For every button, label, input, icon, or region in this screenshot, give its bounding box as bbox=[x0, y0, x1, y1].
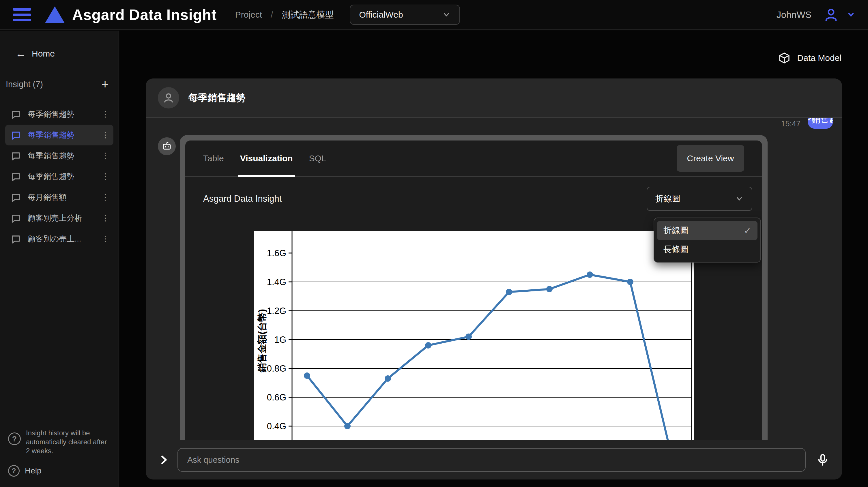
insight-list: 每季銷售趨勢⋮每季銷售趨勢⋮每季銷售趨勢⋮每季銷售趨勢⋮每月銷售額⋮顧客別売上分… bbox=[0, 104, 119, 249]
svg-text:0.6G: 0.6G bbox=[267, 392, 286, 402]
chevron-down-icon bbox=[735, 194, 744, 203]
viz-header: Asgard Data Insight 折線圖 bbox=[185, 177, 762, 221]
top-bar-right: JohnWS bbox=[777, 7, 855, 22]
svg-text:1G: 1G bbox=[274, 335, 286, 345]
back-arrow-icon: ← bbox=[16, 48, 26, 59]
line-chart: 1.6G1.4G1.2G1G0.8G0.6G0.4G銷售金額(台幣) bbox=[254, 231, 694, 440]
help-question-icon: ? bbox=[8, 465, 20, 477]
insight-section-header: Insight (7) + bbox=[6, 78, 109, 91]
kebab-menu-icon[interactable]: ⋮ bbox=[101, 152, 110, 160]
sidebar-insight-item[interactable]: 每季銷售趨勢⋮ bbox=[5, 104, 114, 125]
create-view-button[interactable]: Create View bbox=[677, 145, 744, 172]
kebab-menu-icon[interactable]: ⋮ bbox=[101, 193, 110, 201]
sidebar-footer: ? Insight history will be automatically … bbox=[0, 428, 119, 477]
chat-title: 每季銷售趨勢 bbox=[188, 92, 246, 104]
sidebar-insight-item[interactable]: 每月銷售額⋮ bbox=[5, 187, 114, 208]
chat-bubble-icon bbox=[11, 109, 21, 119]
menu-option-bar-chart[interactable]: 長條圖 bbox=[657, 240, 757, 259]
tab-table[interactable]: Table bbox=[203, 140, 224, 176]
info-question-icon: ? bbox=[8, 432, 21, 445]
viz-title: Asgard Data Insight bbox=[203, 194, 282, 204]
sidebar-insight-item[interactable]: 顧客別の売上...⋮ bbox=[5, 228, 114, 249]
insight-item-label: 每季銷售趨勢 bbox=[28, 130, 74, 140]
sidebar-insight-item[interactable]: 每季銷售趨勢⋮ bbox=[5, 125, 114, 145]
insight-item-label: 每季銷售趨勢 bbox=[28, 151, 74, 161]
menu-option-label: 長條圖 bbox=[663, 244, 688, 255]
svg-text:1.2G: 1.2G bbox=[267, 306, 286, 316]
result-card-frame: Table Visualization SQL Create View Asga… bbox=[180, 135, 768, 440]
kebab-menu-icon[interactable]: ⋮ bbox=[101, 235, 110, 243]
svg-text:0.4G: 0.4G bbox=[267, 421, 286, 431]
user-message-text: 每季銷售趨勢 bbox=[808, 118, 833, 126]
breadcrumb-current[interactable]: 測試語意模型 bbox=[282, 9, 334, 21]
chat-bubble-icon bbox=[11, 130, 21, 140]
kebab-menu-icon[interactable]: ⋮ bbox=[101, 214, 110, 222]
sidebar: ← Home Insight (7) + 每季銷售趨勢⋮每季銷售趨勢⋮每季銷售趨… bbox=[0, 31, 119, 487]
microphone-icon[interactable] bbox=[816, 453, 829, 466]
user-menu-chevron-icon[interactable] bbox=[847, 10, 855, 19]
chat-bubble-icon bbox=[11, 213, 21, 223]
person-icon bbox=[162, 92, 175, 104]
chat-bubble-icon bbox=[11, 192, 21, 202]
menu-option-line-chart[interactable]: 折線圖 ✓ bbox=[657, 221, 757, 240]
insight-item-label: 顧客別の売上... bbox=[28, 234, 81, 244]
chat-bubble-icon bbox=[11, 151, 21, 161]
check-icon: ✓ bbox=[744, 226, 751, 236]
breadcrumb: Project / 測試語意模型 bbox=[235, 9, 334, 21]
chat-bubble-icon bbox=[11, 172, 21, 182]
sidebar-insight-item[interactable]: 顧客別売上分析⋮ bbox=[5, 208, 114, 228]
main-area: Data Model 每季銷售趨勢 15:47 每季銷售趨勢 bbox=[120, 31, 868, 487]
assistant-avatar bbox=[158, 137, 176, 155]
cube-icon bbox=[778, 52, 790, 64]
breadcrumb-project[interactable]: Project bbox=[235, 10, 262, 20]
breadcrumb-separator: / bbox=[271, 10, 273, 20]
app-logo-triangle-icon bbox=[45, 6, 65, 23]
user-avatar-icon[interactable] bbox=[824, 7, 839, 22]
chat-bubble-icon bbox=[11, 234, 21, 244]
result-card: Table Visualization SQL Create View Asga… bbox=[185, 140, 762, 440]
tab-sql[interactable]: SQL bbox=[309, 140, 327, 176]
menu-option-label: 折線圖 bbox=[663, 225, 688, 236]
robot-icon bbox=[162, 141, 172, 152]
tab-visualization[interactable]: Visualization bbox=[240, 140, 293, 176]
insight-item-label: 顧客別売上分析 bbox=[28, 213, 82, 223]
svg-text:銷售金額(台幣): 銷售金額(台幣) bbox=[256, 309, 267, 373]
chat-avatar bbox=[158, 87, 179, 108]
user-message-bubble: 每季銷售趨勢 bbox=[808, 118, 833, 129]
user-name: JohnWS bbox=[777, 9, 811, 20]
history-note-row: ? Insight history will be automatically … bbox=[0, 428, 119, 455]
kebab-menu-icon[interactable]: ⋮ bbox=[101, 131, 110, 139]
chat-header: 每季銷售趨勢 bbox=[146, 78, 842, 118]
project-select-value: OfficialWeb bbox=[359, 10, 403, 20]
insight-section-label: Insight (7) bbox=[6, 79, 43, 89]
chart-type-value: 折線圖 bbox=[655, 193, 680, 204]
chevron-right-icon[interactable] bbox=[158, 454, 169, 465]
app-title: Asgard Data Insight bbox=[72, 6, 217, 23]
help-label: Help bbox=[25, 466, 41, 476]
ask-questions-input[interactable] bbox=[178, 448, 806, 472]
kebab-menu-icon[interactable]: ⋮ bbox=[101, 110, 110, 118]
help-button[interactable]: ? Help bbox=[0, 465, 119, 477]
data-model-label: Data Model bbox=[797, 53, 841, 63]
insight-item-label: 每月銷售額 bbox=[28, 192, 67, 202]
svg-text:1.6G: 1.6G bbox=[267, 248, 286, 258]
add-insight-button[interactable]: + bbox=[101, 78, 109, 91]
chat-panel: 每季銷售趨勢 15:47 每季銷售趨勢 bbox=[146, 78, 842, 480]
home-button[interactable]: ← Home bbox=[16, 48, 119, 59]
composer-bar bbox=[146, 440, 842, 480]
menu-icon[interactable] bbox=[13, 8, 31, 21]
top-bar: Asgard Data Insight Project / 測試語意模型 Off… bbox=[0, 0, 868, 30]
assistant-message-row: Table Visualization SQL Create View Asga… bbox=[158, 135, 768, 440]
svg-text:1.4G: 1.4G bbox=[267, 277, 286, 287]
sidebar-insight-item[interactable]: 每季銷售趨勢⋮ bbox=[5, 166, 114, 187]
data-model-button[interactable]: Data Model bbox=[778, 52, 841, 64]
kebab-menu-icon[interactable]: ⋮ bbox=[101, 172, 110, 181]
chart-type-menu: 折線圖 ✓ 長條圖 bbox=[654, 218, 761, 263]
project-select[interactable]: OfficialWeb bbox=[350, 5, 460, 25]
message-timestamp: 15:47 bbox=[781, 120, 801, 128]
chat-scroll-area[interactable]: 15:47 每季銷售趨勢 bbox=[146, 118, 842, 440]
chart-type-select[interactable]: 折線圖 bbox=[647, 187, 752, 211]
sidebar-insight-item[interactable]: 每季銷售趨勢⋮ bbox=[5, 145, 114, 166]
user-message-row: 15:47 每季銷售趨勢 bbox=[781, 118, 842, 129]
svg-text:0.8G: 0.8G bbox=[267, 363, 286, 374]
